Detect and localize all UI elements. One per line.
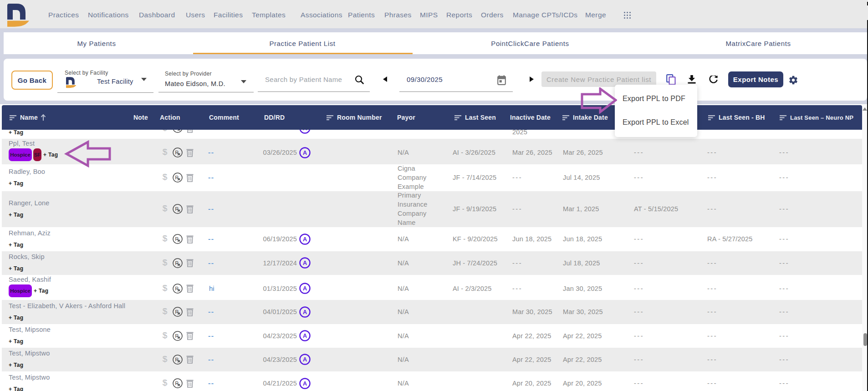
svg-text:A: A xyxy=(303,260,307,266)
svg-text:A: A xyxy=(303,236,307,243)
svg-text:A: A xyxy=(303,130,307,132)
svg-text:R: R xyxy=(175,150,179,155)
svg-text:R: R xyxy=(175,260,179,265)
svg-text:A: A xyxy=(303,285,307,292)
svg-text:R: R xyxy=(175,206,179,212)
svg-text:R: R xyxy=(175,357,179,362)
svg-text:R: R xyxy=(175,381,179,386)
svg-text:A: A xyxy=(303,356,307,363)
svg-text:R: R xyxy=(175,175,179,180)
svg-text:R: R xyxy=(175,309,179,315)
svg-text:A: A xyxy=(303,381,307,387)
svg-text:R: R xyxy=(175,236,179,242)
svg-text:A: A xyxy=(303,333,307,339)
svg-text:R: R xyxy=(175,333,179,338)
svg-text:A: A xyxy=(303,309,307,315)
svg-text:R: R xyxy=(175,286,179,291)
svg-text:A: A xyxy=(303,150,307,156)
